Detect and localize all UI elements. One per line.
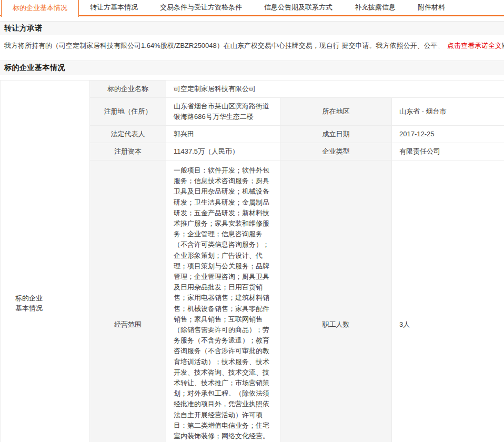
- tab-transferor-basic-info[interactable]: 转让方基本情况: [79, 0, 149, 15]
- tab-attachments[interactable]: 附件材料: [407, 0, 456, 15]
- business-scope-value: 一般项目：软件开发；软件外包服务；信息技术咨询服务；厨具卫具及日用杂品研发；机械…: [166, 160, 280, 442]
- enterprise-info-table: 标的企业 基本情况 标的企业名称 司空定制家居科技有限公司 注册地（住所） 山东…: [0, 80, 504, 442]
- tab-transaction-conditions[interactable]: 交易条件与受让方资格条件: [149, 0, 253, 15]
- section-header-transferor-commitment: 转让方承诺: [0, 21, 504, 35]
- business-scope-label: 经营范围: [90, 160, 166, 442]
- establish-date-label: 成立日期: [280, 126, 392, 143]
- employees-label: 职工人数: [280, 160, 392, 442]
- legal-representative-label: 法定代表人: [90, 126, 166, 143]
- company-name-value: 司空定制家居科技有限公司: [166, 81, 504, 98]
- section-title-target-basic-info: 标的企业基本情况: [4, 63, 65, 72]
- table-row: 标的企业 基本情况 标的企业名称 司空定制家居科技有限公司: [1, 81, 504, 98]
- commitment-row: 我方将所持有的（司空定制家居科技有限公司1.64%股权/ZBZR250048）在…: [0, 35, 504, 56]
- tab-bar: 标的企业基本情况 转让方基本情况 交易条件与受让方资格条件 信息公告期及联系方式…: [0, 0, 504, 16]
- section-title-transferor-commitment: 转让方承诺: [4, 24, 43, 32]
- row-group-label: 标的企业 基本情况: [1, 81, 90, 442]
- registered-address-label: 注册地（住所）: [90, 98, 166, 126]
- legal-representative-value: 郭兴田: [166, 126, 280, 143]
- region-value: 山东省 - 烟台市: [392, 98, 504, 126]
- registered-address-value: 山东省烟台市莱山区滨海路街道银海路686号万华生态二楼: [166, 98, 280, 126]
- tab-supplementary-disclosure[interactable]: 补充披露信息: [344, 0, 407, 15]
- row-group-label-line2: 基本情况: [15, 303, 89, 313]
- establish-date-value: 2017-12-25: [392, 126, 504, 143]
- tab-target-enterprise-basic-info[interactable]: 标的企业基本情况: [1, 0, 79, 17]
- region-label: 所在地区: [280, 98, 392, 126]
- registered-capital-label: 注册资本: [90, 143, 166, 160]
- employees-value: 3人: [392, 160, 504, 442]
- section-header-target-basic-info: 标的企业基本情况: [0, 61, 504, 75]
- company-type-label: 企业类型: [280, 143, 392, 160]
- company-type-value: 有限责任公司: [392, 143, 504, 160]
- registered-capital-value: 11437.5万（人民币）: [166, 143, 280, 160]
- view-full-commitment-link[interactable]: 点击查看承诺全文: [429, 41, 502, 51]
- tab-announcement-period-contact[interactable]: 信息公告期及联系方式: [253, 0, 344, 15]
- row-group-label-line1: 标的企业: [15, 293, 89, 303]
- company-name-label: 标的企业名称: [90, 81, 166, 98]
